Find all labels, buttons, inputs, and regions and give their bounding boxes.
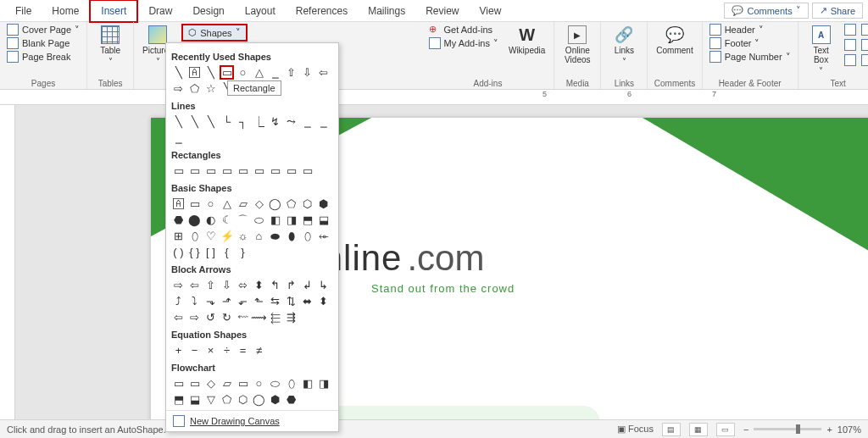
shape-item[interactable]: ⊞ [171,229,186,243]
shape-item[interactable]: ▭ [187,376,202,391]
textbox-button[interactable]: AText Box˅ [804,24,839,77]
shape-item[interactable]: ┐ [236,114,250,129]
shape-item[interactable]: + [171,343,186,358]
focus-button[interactable]: ▣ Focus [617,424,654,435]
shape-item[interactable]: ☼ [236,229,250,243]
shape-item[interactable]: ⤳ [284,114,298,129]
comment-button[interactable]: 💬Comment [653,24,696,57]
tab-layout[interactable]: Layout [235,1,286,21]
shape-item[interactable]: ⤵ [187,294,202,308]
tab-review[interactable]: Review [415,1,469,21]
shape-item[interactable]: 🄰 [187,65,202,80]
dropcap-icon[interactable] [844,54,856,66]
shape-item[interactable]: ▭ [300,164,314,178]
shape-item[interactable]: ↻ [220,310,234,324]
shape-item[interactable]: ⬠ [220,392,234,407]
zoom-level[interactable]: 107% [837,424,861,435]
shape-item[interactable]: ⤴ [171,294,186,308]
shape-item[interactable]: ⬡ [236,392,250,407]
shape-item[interactable]: ⬒ [300,213,314,227]
shape-item[interactable]: ◯ [252,392,266,407]
shape-item[interactable]: ⬮ [284,229,298,243]
shape-item[interactable]: ▭ [187,164,202,178]
shape-item[interactable]: ⎿ [252,114,266,129]
shape-item[interactable]: ⎯ [316,114,331,129]
shape-item[interactable]: ⬏ [220,294,234,308]
view-print[interactable]: ▦ [689,423,708,436]
shape-item[interactable]: ╲ [203,114,218,129]
shape-item[interactable]: ÷ [220,343,234,358]
shape-item[interactable]: ↯ [268,114,282,129]
footer-button[interactable]: Footer ˅ [708,37,793,49]
zoom-slider[interactable] [754,428,821,430]
cover-page-button[interactable]: Cover Page ˅ [5,24,81,36]
shape-item[interactable]: ▭ [236,164,250,178]
tab-view[interactable]: View [470,1,512,21]
shape-item[interactable]: ◨ [284,213,298,227]
comments-button[interactable]: 💬Comments ˅ [724,3,808,19]
shape-item[interactable]: ⇩ [220,278,234,292]
shape-item[interactable]: △ [252,65,266,80]
shape-item[interactable]: ▭ [187,197,202,211]
shape-item[interactable]: ◧ [268,213,282,227]
shape-item[interactable]: ○ [236,65,250,80]
shape-item[interactable]: ○ [203,197,218,211]
shape-item[interactable]: ⇦ [171,310,186,324]
shape-item[interactable]: 🄰 [171,197,186,211]
tab-mailings[interactable]: Mailings [358,1,415,21]
shape-item[interactable]: ⇆ [268,294,282,308]
shape-item[interactable]: ▭ [284,164,298,178]
shape-item[interactable]: ⎯ [300,114,314,129]
shape-item[interactable]: △ [220,197,234,211]
shape-item[interactable]: ⇶ [284,310,298,324]
shape-item[interactable]: { [220,245,234,259]
shape-item[interactable]: ↺ [203,310,218,324]
shape-item[interactable]: ⇦ [316,65,331,80]
shape-item[interactable]: ⬓ [316,213,331,227]
shape-item[interactable]: ⌒ [236,213,250,227]
share-button[interactable]: ↗Share [812,3,863,19]
shape-item[interactable]: ⬍ [316,294,331,308]
shape-item[interactable]: ⬰ [316,229,331,243]
shape-item[interactable]: ⎯ [171,130,186,145]
shape-item[interactable]: ⇨ [171,278,186,292]
shape-item[interactable]: ⬤ [187,213,202,227]
online-videos-button[interactable]: ▶Online Videos [559,24,595,66]
shape-item[interactable]: ⬒ [171,392,186,407]
shape-item[interactable]: ⬳ [236,310,250,324]
shape-item[interactable]: ⬍ [252,278,266,292]
shape-item[interactable]: ▭ [252,164,266,178]
shape-item[interactable]: ╲ [187,114,202,129]
links-button[interactable]: 🔗Links˅ [606,24,642,68]
shape-item[interactable]: ⬱ [268,310,282,324]
shape-item[interactable]: ⇦ [187,278,202,292]
shape-item[interactable]: ⬯ [300,229,314,243]
shape-item[interactable]: ▭ [171,376,186,391]
shapes-button[interactable]: ⬡Shapes ˅ [181,24,247,42]
shape-item[interactable]: ⇩ [300,65,314,80]
tab-design[interactable]: Design [182,1,234,21]
shape-item[interactable]: ⬡ [300,197,314,211]
shape-item[interactable]: ╲ [171,114,186,129]
shape-item[interactable]: ⬐ [236,294,250,308]
tab-file[interactable]: File [5,1,42,21]
shape-item[interactable]: ⇨ [171,81,186,96]
shape-item[interactable]: ◐ [203,213,218,227]
shape-item[interactable]: ⎯ [268,65,282,80]
shape-item[interactable]: ⬭ [252,213,266,227]
shape-item[interactable]: ⚡ [220,229,234,243]
shape-item[interactable]: ⟿ [252,310,266,324]
shape-item[interactable]: } [236,245,250,259]
shape-item[interactable]: ⬎ [203,294,218,308]
shape-item[interactable]: ⇨ [187,310,202,324]
shape-item[interactable]: ⌂ [252,229,266,243]
get-addins-button[interactable]: ⊕Get Add-ins [427,24,500,36]
quickparts-icon[interactable] [844,24,856,36]
shape-item[interactable]: ▭ [171,164,186,178]
shape-item[interactable]: ⬯ [284,376,298,391]
shape-item[interactable]: ▭ [203,164,218,178]
shape-item[interactable]: ⇧ [284,65,298,80]
shape-item[interactable]: ≠ [252,343,266,358]
shape-item[interactable]: ⬓ [187,392,202,407]
shape-item[interactable]: ⬌ [300,294,314,308]
